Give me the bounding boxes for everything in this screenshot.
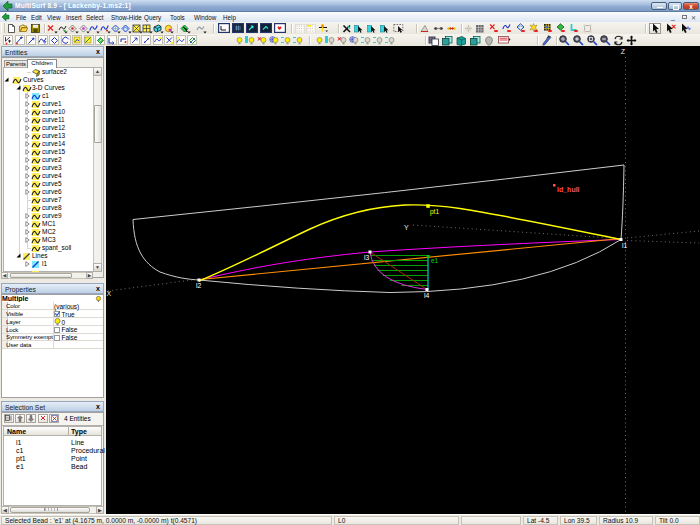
svg-text:X: X xyxy=(107,290,112,297)
svg-text:l4: l4 xyxy=(424,292,430,299)
svg-text:l1: l1 xyxy=(622,242,628,249)
svg-text:ld_hull: ld_hull xyxy=(557,186,580,193)
svg-text:l2: l2 xyxy=(196,282,202,289)
svg-text:l3: l3 xyxy=(364,254,370,261)
svg-text:Z: Z xyxy=(621,48,626,55)
svg-text:Y: Y xyxy=(404,224,409,231)
svg-text:e1: e1 xyxy=(431,257,439,264)
svg-text:pt1: pt1 xyxy=(430,208,439,216)
